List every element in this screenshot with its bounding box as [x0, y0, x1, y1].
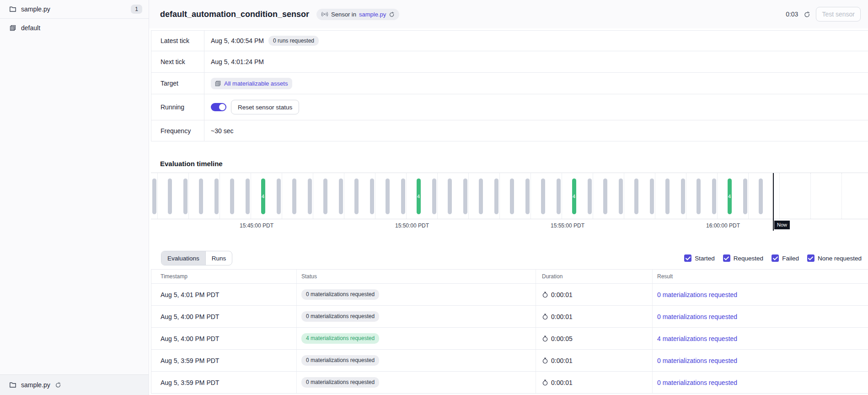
- evaluation-result-link[interactable]: 0 materializations requested: [657, 313, 737, 320]
- sensor-location-link[interactable]: sample.py: [359, 11, 386, 18]
- timeline-tick-bar[interactable]: [541, 179, 545, 214]
- timeline-tick-bar[interactable]: [370, 179, 374, 214]
- evaluation-duration: 0:00:05: [551, 335, 573, 342]
- timeline-gridline: [841, 173, 842, 219]
- timeline-tick-bar[interactable]: [339, 179, 343, 214]
- target-chip-label: All materializable assets: [224, 80, 288, 87]
- evaluation-status-cell: 0 materializations requested: [297, 284, 536, 305]
- column-header-status: Status: [297, 270, 536, 283]
- timeline-tick-bar[interactable]: [650, 179, 654, 214]
- filter-none-requested[interactable]: None requested: [807, 254, 862, 262]
- frequency-label: Frequency: [151, 120, 204, 141]
- timeline-tick-bar[interactable]: [401, 179, 405, 214]
- timeline-gridline: [313, 173, 313, 219]
- timeline-tick-bar[interactable]: [759, 179, 763, 214]
- evaluation-timestamp: Aug 5, 4:00 PM PDT: [151, 306, 297, 327]
- evaluation-timestamp: Aug 5, 4:00 PM PDT: [151, 328, 297, 349]
- evaluation-result-link[interactable]: 0 materializations requested: [657, 357, 737, 364]
- evaluation-result-cell: 0 materializations requested: [653, 350, 868, 371]
- evaluation-result-link[interactable]: 4 materializations requested: [657, 335, 737, 342]
- timeline-tick-bar[interactable]: [214, 179, 219, 214]
- timeline-axis-tick-label: 16:00:00 PDT: [706, 222, 740, 229]
- sidebar-item-code-location[interactable]: sample.py 1: [0, 0, 149, 18]
- asset-group-icon: [214, 80, 221, 87]
- timeline-tick-bar[interactable]: [494, 179, 498, 214]
- timeline-gridline: [406, 173, 407, 219]
- evaluation-duration-cell: 0:00:01: [536, 372, 653, 393]
- checkbox-icon[interactable]: [684, 254, 691, 262]
- overview-row-running: Running Reset sensor status: [151, 94, 868, 120]
- sidebar-item-asset-group[interactable]: default: [0, 19, 149, 37]
- filter-requested[interactable]: Requested: [723, 254, 763, 262]
- timeline-tick-bar[interactable]: [277, 179, 281, 214]
- timeline-tick-bar[interactable]: [525, 179, 530, 214]
- timeline-tick-bar[interactable]: [432, 179, 436, 214]
- checkbox-icon[interactable]: [772, 254, 779, 262]
- timeline-tick-bar[interactable]: [557, 179, 561, 214]
- timeline-tick-bar[interactable]: [603, 179, 607, 214]
- page-title: default_automation_condition_sensor: [160, 10, 309, 19]
- reload-location-icon[interactable]: [55, 382, 61, 388]
- timeline-tick-bar[interactable]: [199, 179, 203, 214]
- evaluation-result-link[interactable]: 0 materializations requested: [657, 379, 737, 386]
- timeline-tick-bar[interactable]: [386, 179, 390, 214]
- timeline-tick-bar[interactable]: [183, 179, 188, 214]
- timeline-tick-bar-requested[interactable]: 4: [417, 179, 421, 214]
- status-filters: StartedRequestedFailedNone requested: [684, 254, 862, 262]
- overview-row-target: Target All materializable assets: [151, 73, 868, 94]
- running-toggle[interactable]: [211, 103, 226, 111]
- timeline-tick-bar[interactable]: [712, 179, 716, 214]
- folder-icon: [9, 5, 16, 13]
- timeline-tick-bar[interactable]: [463, 179, 467, 214]
- timeline-gridline: [499, 173, 500, 219]
- timeline-tick-bar-requested[interactable]: 4: [261, 179, 265, 214]
- column-header-duration: Duration: [536, 270, 653, 283]
- tab-runs[interactable]: Runs: [205, 251, 232, 265]
- evaluation-duration-cell: 0:00:01: [536, 284, 653, 305]
- evaluation-status-badge: 0 materializations requested: [301, 355, 379, 365]
- timeline-tick-bar[interactable]: [308, 179, 312, 214]
- timeline-tick-bar[interactable]: [448, 179, 452, 214]
- timeline-tick-bar[interactable]: [323, 179, 327, 214]
- timeline-axis-tick-label: 15:50:00 PDT: [395, 222, 429, 229]
- filter-failed[interactable]: Failed: [772, 254, 799, 262]
- timeline-gridline: [810, 173, 811, 219]
- timeline-tick-bar[interactable]: [681, 179, 685, 214]
- timeline-tick-bar[interactable]: [665, 179, 670, 214]
- timeline-tick-bar[interactable]: [743, 179, 747, 214]
- timeline-gridline: [655, 173, 655, 219]
- test-sensor-button[interactable]: Test sensor: [816, 7, 861, 22]
- timeline-tick-bar[interactable]: [152, 179, 156, 214]
- timeline-tick-bar[interactable]: [510, 179, 514, 214]
- timeline-tick-bar[interactable]: [168, 179, 172, 214]
- timeline-tick-bar[interactable]: [354, 179, 359, 214]
- timeline-tick-bar[interactable]: [292, 179, 296, 214]
- timeline-tick-bar[interactable]: [230, 179, 234, 214]
- evaluation-result-link[interactable]: 0 materializations requested: [657, 291, 737, 298]
- tab-evaluations[interactable]: Evaluations: [161, 251, 205, 265]
- timeline-tick-bar-requested[interactable]: 4: [572, 179, 576, 214]
- evaluation-result-cell: 0 materializations requested: [653, 306, 868, 327]
- evaluation-timeline-title: Evaluation timeline: [160, 160, 868, 169]
- filter-started[interactable]: Started: [684, 254, 715, 262]
- timeline-tick-bar[interactable]: [479, 179, 483, 214]
- timeline-tick-bar[interactable]: [588, 179, 592, 214]
- timeline-axis-tick-label: 15:55:00 PDT: [551, 222, 584, 229]
- target-asset-selection-chip[interactable]: All materializable assets: [211, 78, 292, 89]
- reset-sensor-status-button[interactable]: Reset sensor status: [231, 100, 299, 114]
- timeline-tick-bar[interactable]: [634, 179, 638, 214]
- checkbox-icon[interactable]: [723, 254, 730, 262]
- evaluation-timestamp: Aug 5, 3:59 PM PDT: [151, 350, 297, 371]
- evaluation-row: Aug 5, 4:01 PM PDT0 materializations req…: [151, 284, 868, 306]
- refresh-icon[interactable]: [804, 11, 810, 18]
- timeline-gridline: [717, 173, 718, 219]
- timeline-tick-bar[interactable]: [619, 179, 623, 214]
- timeline-tick-bar[interactable]: [246, 179, 250, 214]
- reload-sensor-icon[interactable]: [389, 11, 395, 17]
- timeline-tick-bar-requested[interactable]: 4: [728, 179, 732, 214]
- checkbox-icon[interactable]: [807, 254, 814, 262]
- evaluation-duration: 0:00:01: [551, 379, 573, 386]
- filter-label: Requested: [734, 255, 763, 262]
- stopwatch-icon: [542, 357, 548, 364]
- timeline-tick-bar[interactable]: [697, 179, 701, 214]
